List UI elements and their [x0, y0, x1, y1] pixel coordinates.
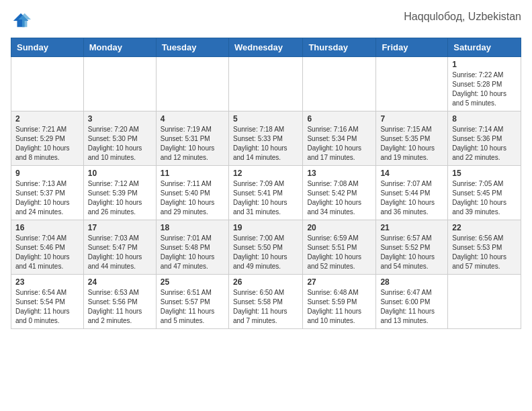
day-info: Sunrise: 7:21 AM Sunset: 5:29 PM Dayligh… [15, 125, 79, 163]
calendar-cell: 6Sunrise: 7:16 AM Sunset: 5:34 PM Daylig… [303, 111, 376, 166]
column-header-thursday: Thursday [303, 38, 376, 57]
day-number: 3 [88, 114, 152, 124]
calendar-cell: 3Sunrise: 7:20 AM Sunset: 5:30 PM Daylig… [83, 111, 156, 166]
day-info: Sunrise: 7:08 AM Sunset: 5:42 PM Dayligh… [307, 179, 371, 217]
day-info: Sunrise: 6:50 AM Sunset: 5:58 PM Dayligh… [233, 288, 298, 326]
calendar-cell: 15Sunrise: 7:05 AM Sunset: 5:45 PM Dayli… [448, 166, 521, 220]
calendar-cell: 12Sunrise: 7:09 AM Sunset: 5:41 PM Dayli… [228, 166, 302, 220]
day-info: Sunrise: 7:07 AM Sunset: 5:44 PM Dayligh… [380, 179, 443, 217]
calendar-cell: 2Sunrise: 7:21 AM Sunset: 5:29 PM Daylig… [11, 111, 84, 166]
calendar-cell: 10Sunrise: 7:12 AM Sunset: 5:39 PM Dayli… [83, 166, 156, 220]
calendar-cell: 19Sunrise: 7:00 AM Sunset: 5:50 PM Dayli… [228, 220, 302, 275]
calendar-week-row: 9Sunrise: 7:13 AM Sunset: 5:37 PM Daylig… [11, 166, 521, 220]
day-number: 17 [88, 223, 152, 232]
day-info: Sunrise: 7:09 AM Sunset: 5:41 PM Dayligh… [233, 179, 298, 217]
calendar-cell [448, 275, 521, 329]
calendar-cell: 28Sunrise: 6:47 AM Sunset: 6:00 PM Dayli… [376, 275, 448, 329]
calendar-cell: 5Sunrise: 7:18 AM Sunset: 5:33 PM Daylig… [228, 111, 302, 166]
day-number: 4 [161, 114, 224, 124]
column-header-wednesday: Wednesday [228, 38, 302, 57]
day-info: Sunrise: 7:04 AM Sunset: 5:46 PM Dayligh… [15, 234, 79, 271]
day-number: 12 [233, 169, 298, 178]
calendar-cell: 26Sunrise: 6:50 AM Sunset: 5:58 PM Dayli… [228, 275, 302, 329]
day-info: Sunrise: 7:01 AM Sunset: 5:48 PM Dayligh… [161, 234, 224, 271]
day-number: 28 [380, 277, 443, 287]
day-number: 16 [15, 223, 79, 232]
day-info: Sunrise: 7:19 AM Sunset: 5:31 PM Dayligh… [161, 125, 224, 163]
day-number: 5 [233, 114, 298, 124]
day-number: 18 [161, 223, 224, 232]
day-info: Sunrise: 6:57 AM Sunset: 5:52 PM Dayligh… [380, 234, 443, 271]
day-number: 22 [452, 223, 517, 232]
calendar-cell [303, 57, 376, 111]
day-number: 14 [380, 169, 443, 178]
calendar-cell: 24Sunrise: 6:53 AM Sunset: 5:56 PM Dayli… [83, 275, 156, 329]
day-info: Sunrise: 6:59 AM Sunset: 5:51 PM Dayligh… [307, 234, 371, 271]
calendar-cell: 22Sunrise: 6:56 AM Sunset: 5:53 PM Dayli… [448, 220, 521, 275]
logo [11, 11, 31, 30]
day-info: Sunrise: 7:12 AM Sunset: 5:39 PM Dayligh… [88, 179, 152, 217]
calendar-cell: 16Sunrise: 7:04 AM Sunset: 5:46 PM Dayli… [11, 220, 84, 275]
day-info: Sunrise: 7:05 AM Sunset: 5:45 PM Dayligh… [452, 179, 517, 217]
column-header-tuesday: Tuesday [156, 38, 228, 57]
day-number: 9 [15, 169, 79, 178]
calendar-cell [83, 57, 156, 111]
location-text: Haqqulобод, Uzbekistan [404, 11, 521, 23]
day-number: 13 [307, 169, 371, 178]
calendar-week-row: 2Sunrise: 7:21 AM Sunset: 5:29 PM Daylig… [11, 111, 521, 166]
day-number: 8 [452, 114, 517, 124]
day-number: 6 [307, 114, 371, 124]
column-header-saturday: Saturday [448, 38, 521, 57]
calendar-cell: 9Sunrise: 7:13 AM Sunset: 5:37 PM Daylig… [11, 166, 84, 220]
day-number: 26 [233, 277, 298, 287]
calendar-cell: 20Sunrise: 6:59 AM Sunset: 5:51 PM Dayli… [303, 220, 376, 275]
title-section: Haqqulобод, Uzbekistan [404, 11, 521, 23]
calendar-cell [376, 57, 448, 111]
calendar-cell: 7Sunrise: 7:15 AM Sunset: 5:35 PM Daylig… [376, 111, 448, 166]
calendar-cell: 8Sunrise: 7:14 AM Sunset: 5:36 PM Daylig… [448, 111, 521, 166]
day-info: Sunrise: 6:47 AM Sunset: 6:00 PM Dayligh… [380, 288, 443, 326]
calendar-cell [11, 57, 84, 111]
logo-icon [12, 11, 31, 30]
calendar-week-row: 16Sunrise: 7:04 AM Sunset: 5:46 PM Dayli… [11, 220, 521, 275]
day-info: Sunrise: 6:54 AM Sunset: 5:54 PM Dayligh… [15, 288, 79, 326]
page-header: Haqqulобод, Uzbekistan [11, 11, 521, 30]
day-info: Sunrise: 6:56 AM Sunset: 5:53 PM Dayligh… [452, 234, 517, 271]
day-number: 25 [161, 277, 224, 287]
calendar-cell [228, 57, 302, 111]
calendar-cell: 14Sunrise: 7:07 AM Sunset: 5:44 PM Dayli… [376, 166, 448, 220]
calendar-header-row: SundayMondayTuesdayWednesdayThursdayFrid… [11, 38, 521, 57]
day-number: 1 [452, 60, 517, 69]
calendar-cell: 11Sunrise: 7:11 AM Sunset: 5:40 PM Dayli… [156, 166, 228, 220]
column-header-sunday: Sunday [11, 38, 84, 57]
calendar-cell: 21Sunrise: 6:57 AM Sunset: 5:52 PM Dayli… [376, 220, 448, 275]
column-header-monday: Monday [83, 38, 156, 57]
calendar-cell: 23Sunrise: 6:54 AM Sunset: 5:54 PM Dayli… [11, 275, 84, 329]
calendar-cell: 17Sunrise: 7:03 AM Sunset: 5:47 PM Dayli… [83, 220, 156, 275]
day-number: 20 [307, 223, 371, 232]
day-info: Sunrise: 7:13 AM Sunset: 5:37 PM Dayligh… [15, 179, 79, 217]
day-info: Sunrise: 6:51 AM Sunset: 5:57 PM Dayligh… [161, 288, 224, 326]
day-number: 24 [88, 277, 152, 287]
day-number: 11 [161, 169, 224, 178]
day-number: 23 [15, 277, 79, 287]
day-info: Sunrise: 7:20 AM Sunset: 5:30 PM Dayligh… [88, 125, 152, 163]
calendar-table: SundayMondayTuesdayWednesdayThursdayFrid… [11, 38, 521, 329]
day-number: 7 [380, 114, 443, 124]
calendar-cell: 27Sunrise: 6:48 AM Sunset: 5:59 PM Dayli… [303, 275, 376, 329]
calendar-week-row: 1Sunrise: 7:22 AM Sunset: 5:28 PM Daylig… [11, 57, 521, 111]
day-info: Sunrise: 7:22 AM Sunset: 5:28 PM Dayligh… [452, 71, 517, 108]
day-info: Sunrise: 7:00 AM Sunset: 5:50 PM Dayligh… [233, 234, 298, 271]
calendar-cell [156, 57, 228, 111]
calendar-cell: 1Sunrise: 7:22 AM Sunset: 5:28 PM Daylig… [448, 57, 521, 111]
day-number: 19 [233, 223, 298, 232]
calendar-cell: 4Sunrise: 7:19 AM Sunset: 5:31 PM Daylig… [156, 111, 228, 166]
day-number: 27 [307, 277, 371, 287]
day-info: Sunrise: 7:15 AM Sunset: 5:35 PM Dayligh… [380, 125, 443, 163]
day-info: Sunrise: 7:16 AM Sunset: 5:34 PM Dayligh… [307, 125, 371, 163]
day-number: 21 [380, 223, 443, 232]
day-info: Sunrise: 7:14 AM Sunset: 5:36 PM Dayligh… [452, 125, 517, 163]
day-number: 2 [15, 114, 79, 124]
calendar-cell: 13Sunrise: 7:08 AM Sunset: 5:42 PM Dayli… [303, 166, 376, 220]
calendar-week-row: 23Sunrise: 6:54 AM Sunset: 5:54 PM Dayli… [11, 275, 521, 329]
